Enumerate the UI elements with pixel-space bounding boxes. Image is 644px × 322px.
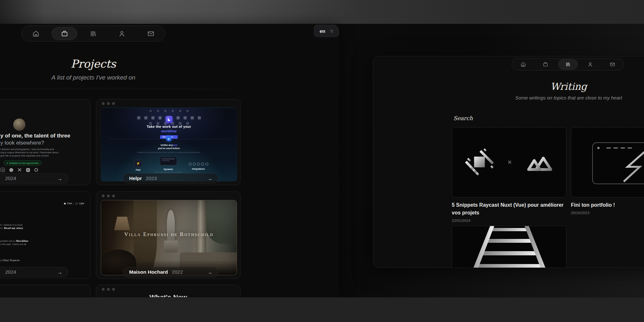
nuxt-logo-icon [526, 152, 554, 173]
helpr-card-footer[interactable]: Helpr 2023 → [123, 173, 218, 184]
home-icon [521, 62, 526, 67]
project-year: 2024 [5, 175, 16, 181]
github-icon[interactable] [9, 167, 14, 172]
page-title: Projects [0, 57, 245, 70]
nav-home[interactable] [517, 59, 529, 70]
project-card-helpr[interactable]: Take the work out of your workflow Get s… [96, 99, 241, 185]
theme-toggle[interactable]: ◼ Dark | ▢ Light [64, 202, 84, 205]
projects-window: en fr Projects A list of projects I've w… [0, 24, 339, 297]
helpr-hero-line2: workflow [101, 129, 237, 133]
avatar [13, 118, 25, 131]
maison-photo: Villa Ephrussi de Rothschild [101, 200, 237, 275]
background-bottom-band [0, 297, 644, 322]
x-twitter-icon[interactable] [17, 167, 22, 172]
light-square-icon: ▢ [75, 202, 78, 205]
project-card-story[interactable]: ◼ Dark | ▢ Light it. I believe in a more… [0, 191, 90, 279]
story-fragment-1: it. I believe in a more e? Read my story [0, 223, 23, 230]
project-card-intro[interactable]: y of one, the talent of three y look els… [0, 99, 90, 185]
nav-writing[interactable] [562, 59, 574, 70]
separator: | [73, 202, 74, 205]
nav-projects[interactable] [540, 59, 551, 70]
bento-icon[interactable] [34, 167, 39, 172]
project-name: Maison Hochard [129, 269, 168, 275]
project-year: 2022 [172, 269, 183, 275]
social-icons-row: in [0, 167, 39, 172]
integration-icons [185, 163, 211, 166]
post-title[interactable]: Fini ton portfolio ! 20/10/2023 [571, 201, 644, 215]
post-date: 20/10/2023 [571, 211, 644, 215]
project-year: 2024 [5, 269, 16, 275]
theme-light-label: Light [79, 202, 84, 205]
mail-icon [147, 30, 154, 37]
nav-projects[interactable] [57, 26, 71, 41]
window-dots-icon [102, 194, 115, 197]
nav-about[interactable] [584, 59, 596, 70]
helpr-tagline-1: Unlike any tool [101, 144, 237, 147]
app-icons-row [101, 110, 237, 112]
intro-body: t director and photographer, I fuse tech… [0, 148, 58, 157]
story-fragment-2: portant one is Mockline o the web. Check… [0, 240, 28, 246]
linkedin-icon[interactable]: in [25, 167, 30, 172]
feature-integrations: Integrations [185, 160, 211, 170]
play-button[interactable]: ▶ [166, 136, 172, 141]
maison-card-footer[interactable]: Maison Hochard 2022 → [123, 267, 218, 277]
writing-window: Writing Some writings on topics that are… [373, 56, 644, 268]
helpr-caption: Designed to be fast to the last pixel, h… [101, 151, 237, 153]
post-title[interactable]: 5 Snippets Raycast Nuxt (Vue) pour améli… [452, 201, 568, 223]
mail-icon [610, 62, 615, 67]
arrow-right-icon: → [57, 270, 62, 275]
home-icon [33, 30, 39, 37]
header-divider [0, 89, 245, 89]
project-card-partial[interactable] [0, 285, 90, 297]
post-card-raycast-nuxt[interactable]: × [452, 127, 566, 197]
background-top-band [0, 0, 644, 24]
page-subtitle: Some writings on topics that are close t… [452, 95, 644, 100]
photo-caption: Villa Ephrussi de Rothschild [101, 231, 237, 238]
nav-home[interactable] [29, 26, 43, 41]
nav-contact[interactable] [144, 26, 158, 41]
lang-fr[interactable]: fr [330, 28, 333, 34]
intro-body-line: t director and photographer, I fuse tech… [0, 148, 58, 151]
intro-headline-1: y of one, the talent of three [0, 133, 70, 139]
read-my-story-link[interactable]: Read my story [4, 227, 23, 230]
lang-en[interactable]: en [320, 28, 326, 34]
instagram-icon[interactable] [0, 167, 5, 172]
project-card-maison[interactable]: Villa Ephrussi de Rothschild Maison Hoch… [96, 191, 241, 279]
user-icon [118, 30, 125, 37]
lightning-bolt-icon [620, 150, 644, 184]
post-card-ladder[interactable] [452, 226, 566, 268]
user-icon [588, 62, 593, 67]
language-switcher: en fr [314, 25, 339, 37]
nav-contact[interactable] [607, 59, 618, 70]
search-label[interactable]: Search [453, 115, 473, 121]
lightning-icon: ⚡ [134, 159, 142, 167]
availability-badge: Available for new opportunities [4, 160, 42, 166]
story-fragment-3: r (Vue) Projects [0, 259, 19, 262]
mockline-link[interactable]: Mockline [16, 240, 28, 242]
helpr-hero-line1: Take the work out of your [101, 125, 237, 128]
raycast-logo-icon [465, 148, 494, 177]
browser-mock-icon [592, 142, 644, 184]
intro-card-footer[interactable]: 2024 → [0, 173, 68, 184]
window-dots-icon [102, 288, 115, 291]
post-date: 22/01/2024 [452, 218, 568, 223]
post-cover: × [452, 128, 566, 197]
story-card-footer[interactable]: 2024 → [0, 267, 68, 277]
intro-headline-2: y look elsewhere? [0, 140, 44, 146]
intro-body-line: ring a unique dimension to my work. Pass… [0, 151, 58, 154]
post-card-portfolio[interactable] [571, 127, 644, 197]
arrow-right-icon: → [207, 176, 212, 181]
arrow-right-icon: → [57, 176, 62, 181]
intro-body-line: give life to projects that captivate and… [0, 154, 58, 157]
main-nav [21, 25, 165, 42]
window-dots-icon [102, 102, 115, 105]
project-card-whats-new[interactable]: What's New [96, 285, 241, 297]
nav-writing[interactable] [86, 26, 100, 41]
whats-new-title: What's New [96, 293, 240, 297]
helpr-screenshot: Take the work out of your workflow Get s… [101, 108, 237, 182]
feature-fast: ⚡ Fast [128, 159, 148, 171]
ladder-graphic [452, 226, 566, 268]
nav-about[interactable] [115, 26, 129, 41]
multiply-icon: × [508, 158, 512, 166]
dark-square-icon: ◼ [64, 202, 66, 205]
